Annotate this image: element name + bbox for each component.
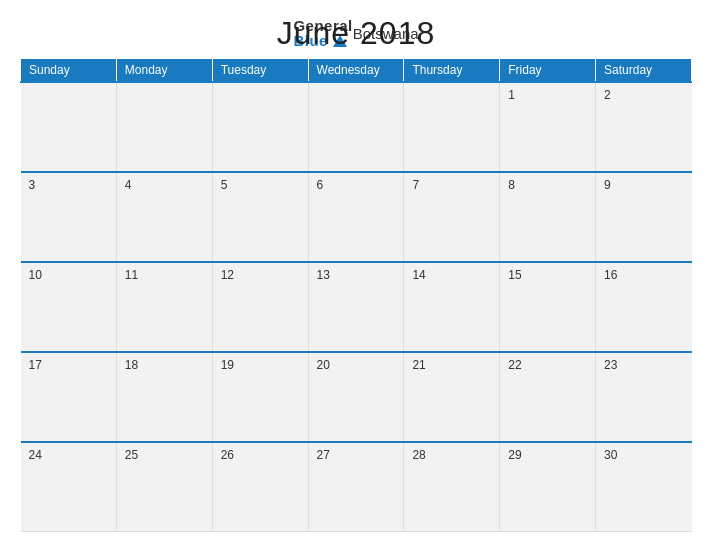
calendar-cell: 19 <box>212 352 308 442</box>
calendar-cell: 25 <box>116 442 212 532</box>
calendar-table: SundayMondayTuesdayWednesdayThursdayFrid… <box>20 58 692 532</box>
calendar-cell: 28 <box>404 442 500 532</box>
calendar-cell <box>308 82 404 172</box>
day-header-monday: Monday <box>116 59 212 83</box>
calendar-cell: 29 <box>500 442 596 532</box>
calendar-cell: 24 <box>21 442 117 532</box>
week-row-1: 12 <box>21 82 692 172</box>
week-row-5: 24252627282930 <box>21 442 692 532</box>
calendar-cell: 17 <box>21 352 117 442</box>
week-row-3: 10111213141516 <box>21 262 692 352</box>
calendar-cell: 11 <box>116 262 212 352</box>
calendar-cell: 13 <box>308 262 404 352</box>
calendar-cell: 4 <box>116 172 212 262</box>
calendar-cell: 15 <box>500 262 596 352</box>
calendar-cell: 6 <box>308 172 404 262</box>
calendar-cell: 18 <box>116 352 212 442</box>
calendar-cell: 10 <box>21 262 117 352</box>
calendar-cell: 1 <box>500 82 596 172</box>
calendar-cell: 30 <box>596 442 692 532</box>
calendar-cell: 27 <box>308 442 404 532</box>
calendar-cell: 16 <box>596 262 692 352</box>
calendar-cell: 26 <box>212 442 308 532</box>
calendar-title: June 2018 <box>277 15 435 52</box>
day-header-saturday: Saturday <box>596 59 692 83</box>
day-header-sunday: Sunday <box>21 59 117 83</box>
calendar-cell: 21 <box>404 352 500 442</box>
calendar-cell <box>21 82 117 172</box>
calendar-cell: 23 <box>596 352 692 442</box>
calendar-cell <box>404 82 500 172</box>
day-header-wednesday: Wednesday <box>308 59 404 83</box>
day-header-thursday: Thursday <box>404 59 500 83</box>
calendar-cell <box>212 82 308 172</box>
calendar-cell: 14 <box>404 262 500 352</box>
calendar-cell: 12 <box>212 262 308 352</box>
calendar-body: 1234567891011121314151617181920212223242… <box>21 82 692 532</box>
calendar-header: SundayMondayTuesdayWednesdayThursdayFrid… <box>21 59 692 83</box>
calendar-cell: 2 <box>596 82 692 172</box>
week-row-2: 3456789 <box>21 172 692 262</box>
day-header-friday: Friday <box>500 59 596 83</box>
calendar-cell: 5 <box>212 172 308 262</box>
week-row-4: 17181920212223 <box>21 352 692 442</box>
calendar-cell: 20 <box>308 352 404 442</box>
calendar-cell <box>116 82 212 172</box>
calendar-cell: 3 <box>21 172 117 262</box>
calendar-cell: 7 <box>404 172 500 262</box>
calendar-cell: 9 <box>596 172 692 262</box>
calendar-cell: 8 <box>500 172 596 262</box>
day-header-tuesday: Tuesday <box>212 59 308 83</box>
days-of-week-row: SundayMondayTuesdayWednesdayThursdayFrid… <box>21 59 692 83</box>
calendar-cell: 22 <box>500 352 596 442</box>
header: General Blue June 2018 Botswana <box>20 18 692 48</box>
